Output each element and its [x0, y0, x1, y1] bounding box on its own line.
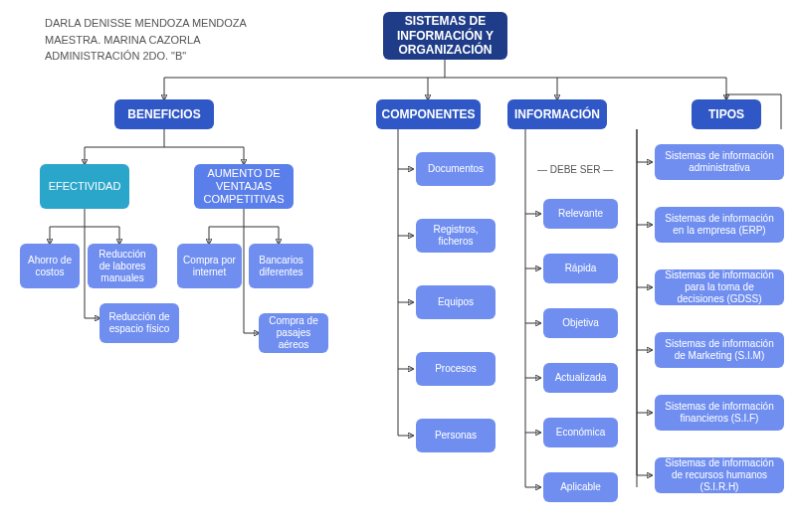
section-informacion: INFORMACIÓN: [507, 99, 607, 129]
node-efectividad: EFECTIVIDAD: [40, 164, 129, 209]
tipos-item-5: Sistemas de información de recursos huma…: [655, 457, 784, 493]
meta-line-2: MAESTRA. MARINA CAZORLA: [45, 32, 247, 49]
section-componentes: COMPONENTES: [376, 99, 481, 129]
root-node: SISTEMAS DE INFORMACIÓN Y ORGANIZACIÓN: [383, 12, 507, 60]
componentes-item-2: Equipos: [416, 285, 496, 319]
section-informacion-label: INFORMACIÓN: [514, 107, 600, 121]
informacion-item-3: Actualizada: [543, 363, 618, 393]
tipos-item-2: Sistemas de información para la toma de …: [655, 269, 784, 305]
componentes-item-0: Documentos: [416, 152, 496, 186]
tipos-item-1: Sistemas de información en la empresa (E…: [655, 207, 784, 243]
root-label: SISTEMAS DE INFORMACIÓN Y ORGANIZACIÓN: [389, 14, 501, 57]
informacion-item-5: Aplicable: [543, 472, 618, 502]
node-compra-internet: Compra por internet: [177, 244, 242, 288]
node-ventajas-label: AUMENTO DE VENTAJAS COMPETITIVAS: [200, 167, 288, 207]
node-compra-internet-label: Compra por internet: [183, 255, 236, 278]
informacion-subtitle: — DEBE SER —: [537, 164, 597, 175]
section-componentes-label: COMPONENTES: [382, 107, 476, 121]
header-meta: DARLA DENISSE MENDOZA MENDOZA MAESTRA. M…: [45, 15, 247, 65]
node-ahorro: Ahorro de costos: [20, 244, 80, 288]
node-reduccion-espacio-label: Reducción de espacio físico: [105, 311, 173, 335]
informacion-item-1: Rápida: [543, 254, 618, 283]
tipos-item-0: Sistemas de información administrativa: [655, 144, 784, 180]
tipos-item-4: Sistemas de información financieros (S.I…: [655, 395, 784, 431]
node-efectividad-label: EFECTIVIDAD: [49, 180, 121, 193]
informacion-item-2: Objetiva: [543, 308, 618, 338]
componentes-item-1: Registros, ficheros: [416, 219, 496, 253]
section-beneficios-label: BENEFICIOS: [127, 107, 200, 121]
informacion-item-4: Económica: [543, 418, 618, 447]
node-reduccion-labores-label: Reducción de labores manuales: [94, 249, 151, 284]
node-reduccion-labores: Reducción de labores manuales: [88, 244, 157, 288]
node-compra-pasajes: Compra de pasajes aéreos: [259, 313, 328, 353]
node-reduccion-espacio: Reducción de espacio físico: [100, 303, 179, 343]
section-tipos: TIPOS: [692, 99, 761, 129]
meta-line-1: DARLA DENISSE MENDOZA MENDOZA: [45, 15, 247, 32]
node-compra-pasajes-label: Compra de pasajes aéreos: [265, 315, 322, 351]
componentes-item-4: Personas: [416, 419, 496, 452]
meta-line-3: ADMINISTRACIÓN 2DO. "B": [45, 48, 247, 65]
node-bancarios-label: Bancarios diferentes: [255, 255, 307, 278]
section-tipos-label: TIPOS: [708, 107, 744, 121]
node-ahorro-label: Ahorro de costos: [26, 255, 74, 278]
informacion-item-0: Relevante: [543, 199, 618, 229]
node-bancarios: Bancarios diferentes: [249, 244, 313, 288]
node-ventajas: AUMENTO DE VENTAJAS COMPETITIVAS: [194, 164, 294, 209]
tipos-item-3: Sistemas de información de Marketing (S.…: [655, 332, 784, 368]
componentes-item-3: Procesos: [416, 352, 496, 386]
section-beneficios: BENEFICIOS: [114, 99, 214, 129]
